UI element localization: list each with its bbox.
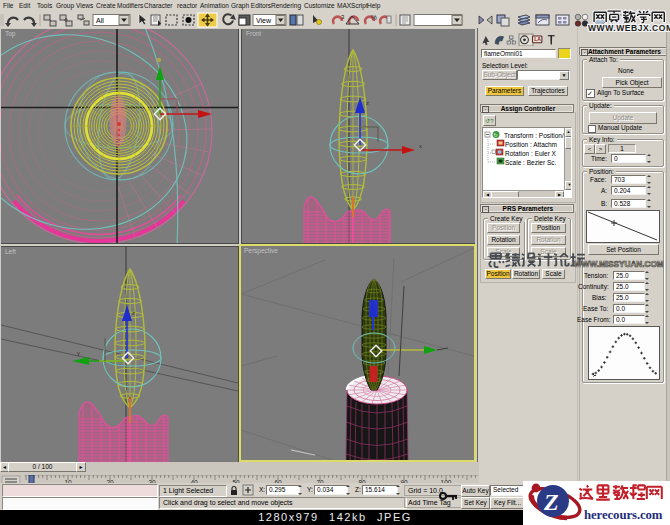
svg-text:All: All xyxy=(96,17,104,24)
svg-text:Transform : Position/: Transform : Position/ xyxy=(504,132,564,139)
svg-text:Z: Z xyxy=(543,489,559,515)
svg-text:LA: LA xyxy=(534,36,541,42)
svg-text:Position : Attachm: Position : Attachm xyxy=(505,141,557,148)
svg-text:x: x xyxy=(419,143,422,149)
svg-text:y: y xyxy=(77,350,80,356)
svg-text:z: z xyxy=(366,100,369,106)
svg-text:View: View xyxy=(256,17,272,24)
svg-text:WWW.MISSYUAN.COM: WWW.MISSYUAN.COM xyxy=(574,260,664,269)
svg-text:herecours.com: herecours.com xyxy=(584,508,663,522)
svg-text:z: z xyxy=(132,310,135,316)
svg-text:↻: ↻ xyxy=(494,132,498,138)
svg-text:Rotation : Euler X: Rotation : Euler X xyxy=(505,150,557,157)
svg-text:3: 3 xyxy=(341,14,345,20)
svg-text:Scale : Bezier Sc.: Scale : Bezier Sc. xyxy=(505,159,556,166)
svg-text:WWW.WEBJX.COM: WWW.WEBJX.COM xyxy=(588,23,670,32)
svg-text:%: % xyxy=(371,14,377,21)
